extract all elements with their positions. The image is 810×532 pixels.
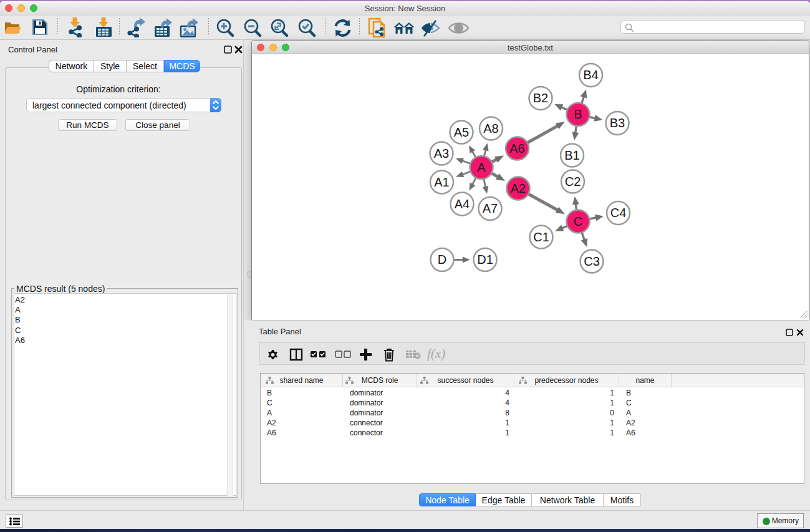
svg-text:D: D bbox=[438, 253, 446, 266]
svg-text:B1: B1 bbox=[564, 148, 579, 162]
svg-text:B2: B2 bbox=[533, 91, 548, 105]
svg-text:C2: C2 bbox=[565, 175, 581, 188]
svg-text:A7: A7 bbox=[483, 201, 498, 215]
svg-text:B3: B3 bbox=[610, 116, 625, 130]
svg-text:A3: A3 bbox=[434, 147, 449, 160]
svg-text:C1: C1 bbox=[533, 230, 549, 244]
svg-text:B4: B4 bbox=[583, 68, 598, 82]
svg-text:A8: A8 bbox=[483, 122, 498, 135]
svg-text:A: A bbox=[477, 160, 486, 174]
svg-text:D1: D1 bbox=[477, 253, 493, 266]
svg-text:A6: A6 bbox=[509, 142, 524, 155]
svg-text:C: C bbox=[574, 215, 582, 228]
svg-text:B: B bbox=[574, 107, 582, 121]
svg-text:A5: A5 bbox=[454, 125, 469, 139]
svg-text:C4: C4 bbox=[610, 206, 627, 220]
svg-text:A2: A2 bbox=[511, 181, 526, 195]
svg-text:C3: C3 bbox=[584, 254, 600, 268]
svg-text:A1: A1 bbox=[434, 175, 449, 189]
svg-text:A4: A4 bbox=[455, 197, 470, 211]
